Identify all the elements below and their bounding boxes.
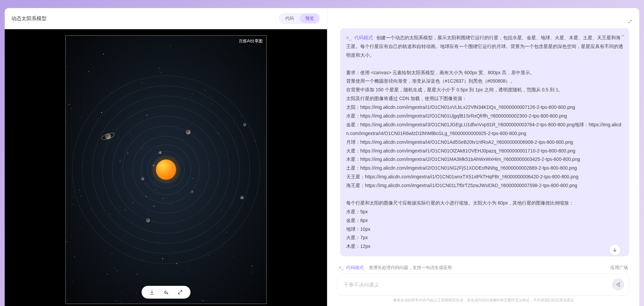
view-tabs: 代码 预览	[279, 13, 320, 24]
preview-stage: 百炼AI分享图	[5, 29, 327, 306]
input-mode-label: 代码模式	[346, 265, 364, 270]
mode-label: 代码模式	[354, 35, 373, 40]
star	[113, 148, 113, 148]
star	[212, 278, 213, 278]
star	[183, 229, 183, 229]
prompt-line: 水星：5px	[346, 209, 368, 214]
prompt-line: 土星：https://img.alicdn.com/imgextra/i2/O1…	[346, 165, 577, 171]
star	[116, 301, 117, 301]
star	[142, 280, 142, 281]
star	[117, 263, 117, 263]
prompt-line: 地球：10px	[346, 226, 370, 232]
share-icon[interactable]	[163, 289, 169, 295]
input-hint: 更擅长处理代码问题，支持一句话生成应用	[369, 265, 452, 270]
scroll-to-bottom-button[interactable]	[609, 244, 621, 256]
planet-jupiter	[186, 130, 191, 134]
star	[112, 254, 112, 254]
star	[82, 117, 82, 118]
star	[154, 114, 155, 114]
star	[226, 54, 226, 54]
star	[137, 274, 137, 274]
star	[191, 97, 191, 97]
star	[92, 209, 92, 210]
star	[176, 263, 177, 264]
app-store-link[interactable]: 应用广场	[610, 265, 628, 271]
collapse-right-icon[interactable]	[626, 17, 634, 26]
star	[154, 206, 154, 207]
planet-mars	[191, 190, 193, 193]
star	[203, 300, 203, 301]
star	[212, 49, 212, 49]
star	[142, 239, 142, 239]
star	[73, 64, 73, 65]
prompt-line: 火星：https://img.alicdn.com/imgextra/i1/O1…	[346, 148, 575, 154]
star	[142, 83, 142, 83]
prompt-line: 海王星：https://img.alicdn.com/imgextra/i1/O…	[346, 183, 577, 188]
star	[225, 156, 225, 156]
star	[68, 300, 68, 301]
input-mode-badge[interactable]: >_ 代码模式	[339, 265, 365, 270]
star	[131, 48, 131, 49]
star	[93, 67, 93, 67]
star	[232, 256, 232, 257]
star	[242, 53, 243, 53]
star	[190, 125, 191, 125]
star	[68, 67, 69, 67]
star	[66, 242, 67, 242]
expand-icon[interactable]	[177, 289, 183, 295]
preview-action-bar	[142, 286, 191, 299]
star	[217, 41, 218, 41]
prompt-line: 创建一个动态的太阳系模型，展示太阳和围绕它运行的行星，包括水星、金星、地球、火星…	[346, 35, 623, 58]
prompt-prefix: >_	[346, 35, 352, 40]
star	[218, 133, 218, 133]
star	[258, 252, 258, 252]
chat-input-box	[337, 273, 629, 296]
prompt-line: 太阳：https://img.alicdn.com/imgextra/i1/O1…	[346, 104, 575, 110]
planet-venus	[159, 151, 161, 154]
star	[73, 183, 74, 183]
star	[137, 65, 137, 66]
star	[84, 100, 85, 100]
star	[208, 255, 209, 256]
star	[84, 106, 85, 107]
star	[130, 133, 130, 134]
chat-input[interactable]	[344, 282, 612, 288]
download-icon[interactable]	[149, 289, 155, 295]
star	[70, 148, 71, 149]
star	[99, 283, 99, 283]
prompt-line: 太阳及行星的图像将通过 CDN 加载，使用以下图像资源：	[346, 96, 467, 101]
star	[102, 194, 102, 194]
star	[261, 74, 261, 74]
star	[79, 190, 79, 190]
star	[125, 86, 126, 86]
star	[210, 292, 210, 292]
tab-preview[interactable]: 预览	[300, 14, 319, 23]
chevron-down-icon[interactable]	[621, 32, 625, 41]
orbit	[72, 76, 260, 264]
star	[252, 266, 253, 266]
prompt-prefix-icon: >_	[339, 265, 344, 270]
prompt-line: 水星：https://img.alicdn.com/imgextra/i2/O1…	[346, 113, 567, 119]
send-button[interactable]	[612, 278, 624, 291]
star	[163, 198, 163, 199]
star	[160, 72, 161, 73]
star	[121, 292, 122, 292]
star	[173, 251, 174, 251]
star	[164, 198, 164, 198]
star	[143, 259, 144, 260]
prompt-line: 木星：12px	[346, 244, 370, 249]
star	[162, 258, 163, 259]
prompt-line: 月球：https://img.alicdn.com/imgextra/i4/O1…	[346, 139, 573, 145]
prompt-line: 天王星：https://img.alicdn.com/imgextra/i1/O…	[346, 174, 579, 179]
prompt-line: 背景使用一个椭圆形径向渐变，渐变从深蓝色（#1C2837）到黑色（#050608…	[346, 78, 515, 84]
prompt-line: 金星：https://img.alicdn.com/imgextra/i3/O1…	[346, 122, 621, 136]
tab-code[interactable]: 代码	[280, 14, 299, 23]
star	[161, 151, 161, 151]
star	[159, 243, 160, 243]
star	[69, 104, 69, 104]
star	[89, 71, 89, 72]
star	[83, 166, 83, 167]
star	[252, 272, 252, 272]
mode-badge: >_ 代码模式	[346, 35, 374, 40]
chat-scroll[interactable]: >_ 代码模式 创建一个动态的太阳系模型，展示太阳和围绕它运行的行星，包括水星、…	[327, 8, 639, 262]
